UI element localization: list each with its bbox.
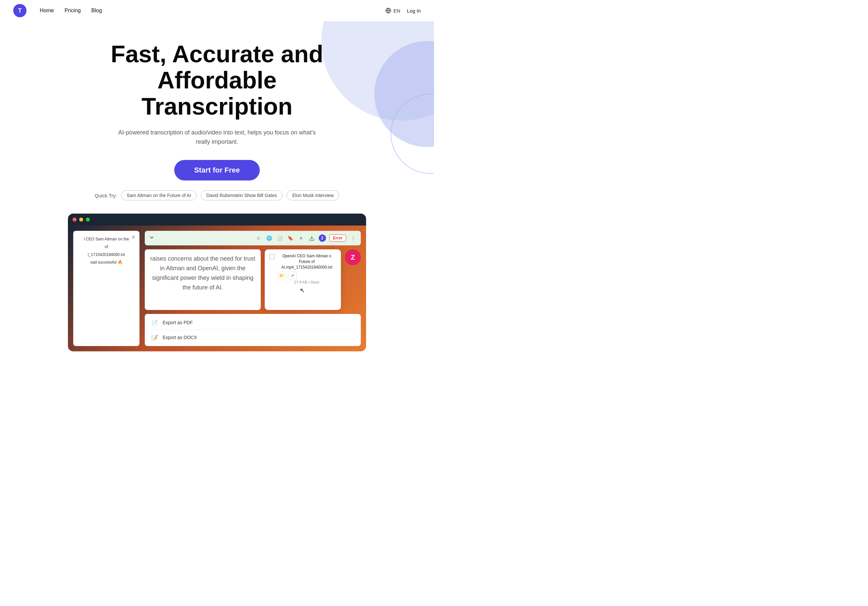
user-avatar: Z: [345, 249, 361, 265]
mac-titlebar: [68, 213, 366, 226]
tooltip-folder-icon[interactable]: 📁: [277, 272, 286, 280]
star-icon[interactable]: ☆: [255, 235, 262, 242]
navbar: T Home Pricing Blog EN Log In: [0, 0, 434, 21]
nav-home[interactable]: Home: [40, 8, 54, 14]
demo-left-panel: ✕ l CEO Sam Altman on the of l_171542018…: [73, 231, 140, 346]
export-docx-item[interactable]: 📝 Export as DOCX: [150, 333, 355, 342]
language-selector[interactable]: EN: [385, 8, 400, 14]
start-for-free-button[interactable]: Start for Free: [174, 160, 260, 181]
nav-right: EN Log In: [385, 8, 421, 14]
quick-try-label: Quick Try:: [95, 193, 117, 198]
mac-maximize-dot: [86, 218, 90, 221]
translate-icon: [385, 8, 391, 14]
cursor-icon: ↖: [268, 287, 336, 294]
docx-icon: 📝: [150, 333, 160, 342]
mac-close-dot: [73, 218, 76, 221]
menu-icon[interactable]: ≡: [298, 235, 305, 242]
transcript-text: raises concerns about the need for trust…: [145, 249, 261, 310]
svg-text:T: T: [18, 7, 22, 14]
export-pdf-label: Export as PDF: [163, 320, 193, 325]
window-icon[interactable]: ⬜: [276, 235, 284, 242]
emoji-icon[interactable]: 🌐: [266, 235, 273, 242]
demo-content-area: raises concerns about the need for trust…: [145, 249, 361, 310]
nav-blog[interactable]: Blog: [91, 8, 102, 14]
nav-links: Home Pricing Blog: [40, 8, 385, 14]
tooltip-actions: 📁 ↗: [277, 272, 336, 280]
more-options-icon[interactable]: ⋮: [350, 235, 357, 242]
download-icon[interactable]: [308, 235, 315, 242]
pdf-icon: 📄: [150, 318, 160, 327]
quick-try-chip-1[interactable]: David Rubenstein Show Bill Gates: [201, 190, 283, 200]
tooltip-filename: OpenAI CEO Sam Altman o Future of AI.mp4…: [277, 254, 336, 270]
logo-icon: T: [13, 4, 26, 17]
logo[interactable]: T: [13, 4, 26, 17]
nav-pricing[interactable]: Pricing: [65, 8, 81, 14]
demo-screenshot: ✕ l CEO Sam Altman on the of l_171542018…: [68, 213, 366, 351]
tooltip-meta: 27.9 KB • Done: [277, 280, 336, 284]
hero-subtext: AI-powered transcription of audio/video …: [118, 128, 316, 147]
demo-toolbar: ☆ 🌐 ⬜ 🔖 ≡ 2 Error ⋮: [145, 231, 361, 245]
language-label: EN: [393, 8, 400, 14]
bookmark-icon[interactable]: 🔖: [287, 235, 294, 242]
tooltip-open-icon[interactable]: ↗: [288, 272, 296, 280]
mac-minimize-dot: [79, 218, 83, 221]
notification-badge: 2: [319, 235, 326, 242]
hero-section: Fast, Accurate and Affordable Transcript…: [0, 21, 434, 351]
quick-try-chip-0[interactable]: Sam Altman on the Future of AI: [121, 190, 197, 200]
demo-app-content: ✕ l CEO Sam Altman on the of l_171542018…: [68, 226, 366, 351]
file-tooltip: OpenAI CEO Sam Altman o Future of AI.mp4…: [265, 249, 341, 310]
hero-headline: Fast, Accurate and Affordable Transcript…: [84, 41, 350, 120]
export-docx-label: Export as DOCX: [163, 335, 197, 340]
export-panel: 📄 Export as PDF 📝 Export as DOCX: [145, 314, 361, 346]
file-icon: [269, 254, 274, 259]
svg-point-5: [374, 41, 434, 147]
error-badge[interactable]: Error: [329, 235, 346, 242]
chevron-down-icon: [149, 235, 155, 240]
login-link[interactable]: Log In: [407, 8, 421, 14]
export-pdf-item[interactable]: 📄 Export as PDF: [150, 318, 355, 330]
demo-right-panel: ☆ 🌐 ⬜ 🔖 ≡ 2 Error ⋮ raises con: [145, 231, 361, 346]
quick-try-chip-2[interactable]: Elon Musk Interview: [287, 190, 339, 200]
svg-point-6: [391, 94, 434, 173]
tooltip-file-row: OpenAI CEO Sam Altman o Future of AI.mp4…: [269, 254, 336, 284]
quick-try-section: Quick Try: Sam Altman on the Future of A…: [13, 190, 421, 200]
left-panel-text: l CEO Sam Altman on the of l_17154201840…: [79, 236, 134, 266]
